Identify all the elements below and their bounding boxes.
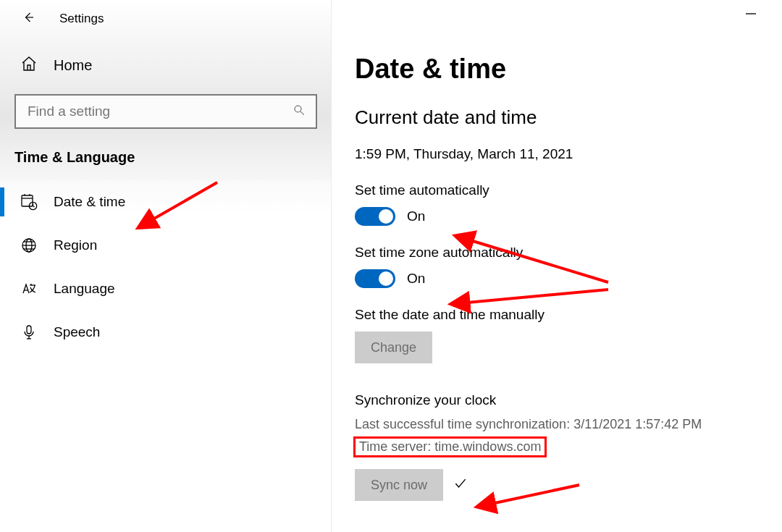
- toggle-knob: [379, 209, 393, 224]
- sync-time-server: Time server: time.windows.com: [355, 438, 545, 456]
- toggle-row-set-tz-auto: On: [355, 269, 753, 288]
- window-title: Settings: [59, 12, 104, 26]
- sidebar-item-label: Date & time: [54, 194, 125, 210]
- set-tz-auto-label: Set time zone automatically: [355, 245, 753, 261]
- sidebar-item-date-time[interactable]: Date & time: [0, 180, 332, 224]
- toggle-state-text: On: [407, 271, 425, 287]
- section-title-current: Current date and time: [355, 106, 753, 129]
- titlebar: Settings: [0, 0, 332, 35]
- svg-rect-5: [27, 326, 31, 334]
- search-icon: [293, 104, 306, 119]
- toggle-set-tz-auto[interactable]: [355, 269, 395, 288]
- sidebar-item-language[interactable]: Language: [0, 267, 332, 311]
- microphone-icon: [20, 324, 38, 341]
- sidebar-item-speech[interactable]: Speech: [0, 311, 332, 354]
- search-input[interactable]: [26, 103, 293, 120]
- main-content: Date & time Current date and time 1:59 P…: [332, 0, 782, 532]
- page-title: Date & time: [355, 54, 753, 85]
- globe-icon: [20, 237, 38, 254]
- minimize-button[interactable]: [746, 13, 756, 14]
- sidebar-item-label: Language: [54, 281, 115, 297]
- sync-heading: Synchronize your clock: [355, 392, 753, 408]
- home-icon: [20, 55, 38, 75]
- sync-last-success: Last successful time synchronization: 3/…: [355, 417, 753, 432]
- sidebar-item-label: Region: [54, 237, 97, 253]
- sync-time-server-row: Time server: time.windows.com: [355, 436, 753, 456]
- sidebar-item-region[interactable]: Region: [0, 224, 332, 267]
- sidebar-home-label: Home: [54, 57, 92, 74]
- svg-rect-1: [22, 195, 33, 206]
- sync-section: Synchronize your clock Last successful t…: [355, 392, 753, 501]
- set-time-auto-label: Set time automatically: [355, 182, 753, 198]
- toggle-knob: [379, 271, 393, 286]
- sync-now-button[interactable]: Sync now: [355, 469, 443, 501]
- search-box[interactable]: [14, 94, 317, 129]
- search-container: [14, 94, 317, 129]
- sidebar-item-label: Speech: [54, 324, 100, 340]
- svg-point-0: [295, 106, 301, 112]
- change-button[interactable]: Change: [355, 332, 432, 363]
- sidebar: Settings Home: [0, 0, 332, 532]
- current-datetime-text: 1:59 PM, Thursday, March 11, 2021: [355, 146, 753, 162]
- sync-row: Sync now: [355, 469, 753, 501]
- toggle-row-set-time-auto: On: [355, 207, 753, 226]
- app-root: Settings Home: [0, 0, 782, 532]
- toggle-state-text: On: [407, 208, 425, 224]
- toggle-set-time-auto[interactable]: [355, 207, 395, 226]
- set-manual-label: Set the date and time manually: [355, 307, 753, 323]
- language-icon: [20, 280, 38, 297]
- back-button[interactable]: [20, 10, 38, 28]
- calendar-clock-icon: [20, 193, 38, 211]
- check-icon: [453, 476, 468, 494]
- sidebar-home[interactable]: Home: [0, 35, 332, 88]
- sidebar-category-heading: Time & Language: [0, 145, 332, 180]
- back-arrow-icon: [22, 11, 35, 27]
